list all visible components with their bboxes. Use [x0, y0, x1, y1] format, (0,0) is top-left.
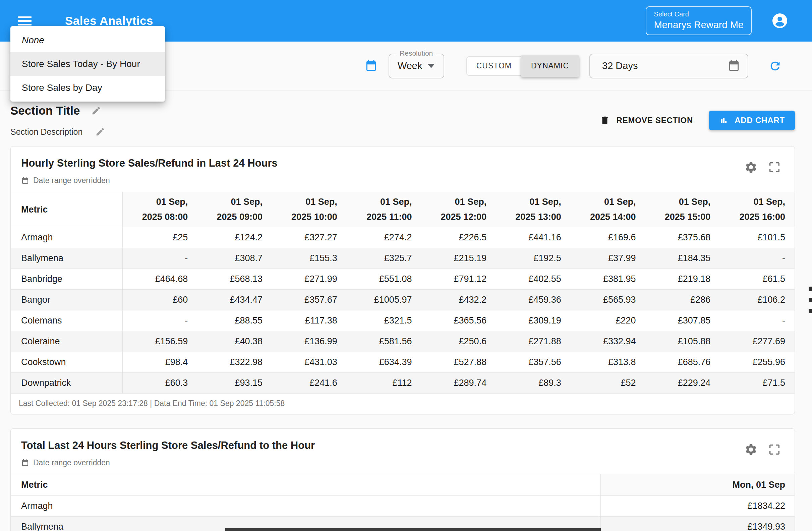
date-range-value: 32 Days — [602, 60, 727, 71]
cell-value: £271.99 — [272, 269, 347, 289]
row-metric: Bangor — [11, 290, 123, 310]
cell-value: £105.88 — [646, 331, 720, 352]
section-body: Hourly Sterling Store Sales/Refund in La… — [0, 146, 812, 531]
settings-icon[interactable] — [744, 443, 758, 456]
cell-value: £219.18 — [646, 269, 720, 289]
cell-value: £307.85 — [646, 310, 720, 331]
cell-value: £551.08 — [347, 269, 421, 289]
app-title: Sales Analytics — [65, 14, 153, 28]
cell-value: £277.69 — [720, 331, 795, 352]
resolution-value: Week — [397, 60, 422, 71]
row-metric: Cookstown — [11, 352, 123, 372]
cell-value: £40.38 — [197, 331, 272, 352]
calendar-icon — [21, 459, 29, 467]
cell-value: £286 — [646, 290, 720, 310]
row-metric: Coleraine — [11, 331, 123, 352]
calendar-icon[interactable] — [365, 60, 377, 72]
table-footer-status: Last Collected: 01 Sep 2025 23:17:28 | D… — [11, 394, 795, 414]
column-header: Mon, 01 Sep — [601, 474, 795, 496]
chart-card-total: Total Last 24 Hours Sterling Store Sales… — [10, 428, 795, 531]
remove-section-button[interactable]: REMOVE SECTION — [600, 115, 693, 126]
cell-value: £241.6 — [272, 373, 347, 393]
cell-value: £274.2 — [347, 227, 421, 248]
cell-value: £313.8 — [570, 352, 646, 372]
calendar-icon[interactable] — [727, 60, 740, 72]
remove-section-label: REMOVE SECTION — [617, 116, 693, 125]
hamburger-menu-icon[interactable] — [18, 16, 31, 26]
cell-value: £156.59 — [123, 331, 198, 352]
menu-item-store-sales-by-day[interactable]: Store Sales by Day — [10, 76, 165, 100]
menu-item-none[interactable]: None — [10, 28, 165, 52]
card-title: Total Last 24 Hours Sterling Store Sales… — [21, 440, 315, 452]
column-header: 01 Sep,2025 13:00 — [496, 192, 570, 227]
cell-value: £184.35 — [646, 248, 720, 268]
cell-value: £229.24 — [646, 373, 720, 393]
cell-value: £112 — [347, 373, 421, 393]
custom-button[interactable]: CUSTOM — [466, 56, 522, 76]
row-metric: Armagh — [11, 496, 601, 516]
table-row: Banbridge£464.68£568.13£271.99£551.08£79… — [11, 269, 795, 290]
cell-value: £250.6 — [421, 331, 496, 352]
fullscreen-icon[interactable] — [768, 161, 781, 174]
total-sales-table: MetricMon, 01 SepArmagh£1834.22Ballymena… — [11, 474, 795, 531]
settings-icon[interactable] — [744, 161, 758, 174]
cell-value: £89.3 — [496, 373, 570, 393]
cell-value: £169.6 — [570, 227, 646, 248]
cell-value: £332.94 — [570, 331, 646, 352]
column-header: 01 Sep,2025 16:00 — [720, 192, 795, 227]
cell-value: £71.5 — [720, 373, 795, 393]
cell-value: £464.68 — [123, 269, 198, 289]
edit-icon[interactable] — [95, 127, 105, 137]
refresh-icon[interactable] — [768, 59, 782, 73]
column-header: 01 Sep,2025 11:00 — [347, 192, 421, 227]
cell-value: £325.7 — [347, 248, 421, 268]
cell-value: £93.15 — [197, 373, 272, 393]
cell-value: £220 — [570, 310, 646, 331]
clipped-edge-artifact — [809, 286, 812, 291]
column-header: 01 Sep,2025 15:00 — [646, 192, 720, 227]
cell-value: £685.76 — [646, 352, 720, 372]
column-header: 01 Sep,2025 14:00 — [570, 192, 646, 227]
cell-value: £357.67 — [272, 290, 347, 310]
date-range-overridden-note: Date range overridden — [33, 176, 110, 185]
card-selector[interactable]: Select Card Menarys Reward Me — [646, 6, 752, 35]
cell-value: £365.56 — [421, 310, 496, 331]
cell-value: £357.56 — [496, 352, 570, 372]
add-chart-button[interactable]: ADD CHART — [709, 110, 795, 130]
cell-value: £106.2 — [720, 290, 795, 310]
dynamic-button[interactable]: DYNAMIC — [521, 55, 579, 77]
cell-value: £60.3 — [123, 373, 198, 393]
table-row: Cookstown£98.4£322.98£431.03£634.39£527.… — [11, 352, 795, 373]
horizontal-scrollbar-thumb[interactable] — [225, 528, 601, 531]
cell-value: £255.96 — [720, 352, 795, 372]
resolution-select[interactable]: Resolution Week — [389, 54, 444, 78]
cell-value: £308.7 — [197, 248, 272, 268]
table-row: Colemans-£88.55£117.38£321.5£365.56£309.… — [11, 310, 795, 331]
cell-value: £1834.22 — [601, 496, 795, 516]
fullscreen-icon[interactable] — [768, 443, 781, 456]
cell-value: - — [123, 248, 198, 268]
table-row: Ballymena-£308.7£155.3£325.7£215.19£192.… — [11, 248, 795, 269]
column-header-metric: Metric — [11, 474, 601, 496]
menu-item-store-sales-today-by-hour[interactable]: Store Sales Today - By Hour — [10, 52, 165, 76]
cell-value: £322.98 — [197, 352, 272, 372]
cell-value: £25 — [123, 227, 198, 248]
cell-value: £441.16 — [496, 227, 570, 248]
cell-value: £581.56 — [347, 331, 421, 352]
chevron-down-icon — [427, 64, 435, 68]
date-range-input[interactable]: 32 Days — [590, 54, 748, 78]
cell-value: £434.47 — [197, 290, 272, 310]
account-circle-icon[interactable] — [772, 13, 788, 29]
edit-icon[interactable] — [91, 106, 101, 116]
column-header: 01 Sep,2025 10:00 — [272, 192, 347, 227]
row-metric: Colemans — [11, 310, 123, 331]
cell-value: £155.3 — [272, 248, 347, 268]
cell-value: £37.99 — [570, 248, 646, 268]
table-row: Armagh£25£124.2£327.27£274.2£226.5£441.1… — [11, 227, 795, 248]
cell-value: £375.68 — [646, 227, 720, 248]
cell-value: £565.93 — [570, 290, 646, 310]
cell-value: £124.2 — [197, 227, 272, 248]
table-row: Downpatrick£60.3£93.15£241.6£112£289.74£… — [11, 373, 795, 394]
clipped-edge-artifact — [809, 298, 812, 302]
cell-value: £88.55 — [197, 310, 272, 331]
